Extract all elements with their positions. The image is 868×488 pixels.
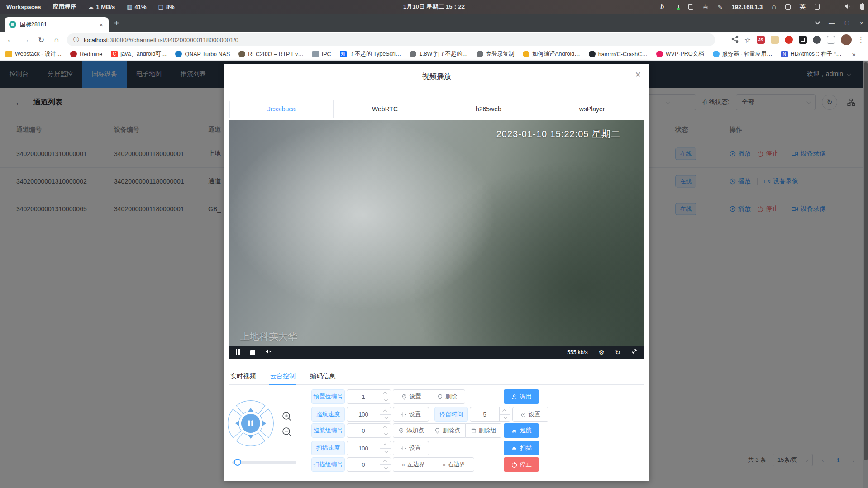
left-boundary-button[interactable]: «左边界 [393, 457, 434, 472]
spinner-down-icon[interactable] [384, 398, 388, 401]
extension-adblock-icon[interactable] [785, 36, 793, 44]
bookmark-java-android[interactable]: Cjava、android可… [111, 50, 167, 58]
reload-button[interactable]: ↻ [33, 35, 49, 45]
bookmark-folder-ipc[interactable]: IPC [312, 51, 331, 57]
slider-handle[interactable] [234, 459, 241, 466]
ptz-speed-slider[interactable] [232, 459, 296, 466]
stay-time-input[interactable] [470, 407, 510, 422]
preset-call-button[interactable]: 调用 [504, 389, 539, 404]
zoom-in-button[interactable] [281, 411, 292, 422]
preset-delete-button[interactable]: 删除 [429, 389, 465, 404]
scan-group-field[interactable] [347, 458, 380, 471]
color-picker-tray-icon[interactable]: ✎ [718, 4, 723, 10]
ptz-right-button[interactable] [260, 409, 274, 437]
extension-frame-icon[interactable] [827, 36, 835, 44]
scan-speed-field[interactable] [347, 441, 380, 455]
fullscreen-icon[interactable] [631, 348, 638, 356]
back-button[interactable]: ← [3, 35, 18, 44]
address-bar[interactable]: ⓘ localhost:38080/#/channelList/34020000… [67, 33, 715, 46]
spinner-down-icon[interactable] [384, 465, 388, 469]
tab-encoding-info[interactable]: 编码信息 [309, 368, 336, 384]
bing-tray-icon[interactable]: b [660, 3, 664, 11]
cpu-usage-indicator[interactable]: ▦ 41% [127, 4, 146, 10]
cruise-button[interactable]: 巡航 [504, 423, 539, 438]
scan-speed-input[interactable] [347, 441, 391, 455]
delete-group-button[interactable]: 删除组 [465, 423, 501, 438]
cruise-group-input[interactable] [347, 423, 391, 438]
ptz-up-button[interactable] [236, 401, 265, 414]
bookmark-qnap[interactable]: QNAP Turbo NAS [175, 51, 230, 57]
window-maximize-button[interactable]: ▢ [844, 19, 849, 26]
stop-button[interactable] [250, 350, 255, 355]
home-button[interactable]: ⌂ [49, 35, 64, 44]
window-minimize-button[interactable]: — [829, 19, 835, 26]
home-tray-icon[interactable]: ⌂ [772, 3, 776, 11]
ptz-stop-button[interactable]: 停止 [504, 457, 539, 472]
tab-live-video[interactable]: 实时视频 [229, 368, 257, 384]
ptz-down-button[interactable] [236, 433, 265, 446]
volume-icon[interactable] [844, 3, 851, 11]
bookmark-star-icon[interactable]: ☆ [744, 36, 751, 44]
coffee-tray-icon[interactable]: ☕ [702, 3, 708, 11]
clipboard-tray-icon[interactable] [688, 4, 693, 10]
bookmark-wvp-docs[interactable]: WVP-PRO文档 [656, 50, 704, 58]
spinner-up-icon[interactable] [383, 460, 386, 463]
tab-ptz-control[interactable]: 云台控制 [269, 368, 296, 384]
pause-button[interactable] [235, 348, 240, 356]
profile-avatar[interactable] [841, 34, 852, 45]
preset-value-field[interactable] [347, 390, 380, 403]
tab-h265web[interactable]: h265web [437, 100, 541, 118]
notes-tray-icon[interactable] [673, 5, 679, 9]
reload-stream-icon[interactable]: ↻ [615, 349, 620, 356]
stay-time-field[interactable] [470, 407, 499, 421]
cruise-group-field[interactable] [347, 424, 380, 437]
battery-icon[interactable] [860, 4, 864, 10]
number-spinner[interactable] [499, 407, 510, 421]
window-switcher-icon[interactable] [785, 4, 791, 10]
extension-js-icon[interactable]: JS [757, 36, 765, 44]
browser-menu-icon[interactable]: ⋮ [858, 36, 864, 44]
number-spinner[interactable] [380, 407, 391, 421]
video-canvas[interactable]: 2023-01-10 15:22:05 星期二 上地科实大华 [229, 120, 644, 346]
preset-set-button[interactable]: 设置 [393, 389, 429, 404]
spinner-down-icon[interactable] [504, 415, 507, 419]
ip-address-indicator[interactable]: 192.168.1.3 [732, 4, 763, 10]
bookmark-copy-free[interactable]: 免登录复制 [477, 50, 515, 58]
cruise-speed-field[interactable] [347, 407, 380, 421]
bookmark-server[interactable]: 服务器 - 轻量应用… [713, 50, 773, 58]
spinner-up-icon[interactable] [383, 392, 386, 395]
phone-link-icon[interactable] [815, 4, 820, 10]
spinner-down-icon[interactable] [384, 431, 388, 435]
spinner-down-icon[interactable] [384, 415, 388, 419]
bookmark-github[interactable]: hairrrrr/C-CrashC… [589, 51, 648, 57]
bookmark-redmine[interactable]: Redmine [70, 51, 102, 57]
spinner-up-icon[interactable] [383, 409, 386, 413]
ptz-left-button[interactable] [228, 409, 242, 437]
stay-time-set-button[interactable]: 设置 [512, 407, 548, 422]
bookmark-rfc2833[interactable]: RFC2833 – RTP Ev… [238, 51, 304, 57]
bookmark-typescript[interactable]: 知了不起的 TypeScri… [340, 50, 401, 58]
browser-tab[interactable]: 国标28181 × [5, 17, 109, 32]
bookmark-hdatmos[interactable]: NHDAtmos :: 种子 *… [781, 50, 842, 58]
network-speed-indicator[interactable]: ☁ 1 MB/s [88, 4, 115, 10]
spinner-up-icon[interactable] [502, 409, 506, 413]
extension-dark-icon[interactable] [799, 36, 807, 44]
mute-button[interactable] [265, 348, 272, 356]
cruise-speed-input[interactable] [347, 407, 391, 422]
new-tab-button[interactable]: + [114, 19, 119, 27]
bookmark-android-build[interactable]: 如何编译Android… [523, 50, 580, 58]
spinner-up-icon[interactable] [383, 443, 386, 447]
add-point-button[interactable]: 添加点 [393, 423, 429, 438]
applications-menu[interactable]: 应用程序 [52, 3, 76, 11]
tab-webrtc[interactable]: WebRTC [334, 100, 437, 118]
memory-usage-indicator[interactable]: ▤ 8% [158, 4, 175, 10]
bookmark-webstack[interactable]: Webstack - 设计… [5, 50, 62, 58]
number-spinner[interactable] [380, 424, 391, 437]
number-spinner[interactable] [380, 458, 391, 471]
tab-wsplayer[interactable]: wsPlayer [540, 100, 644, 118]
window-close-button[interactable]: × [859, 19, 863, 27]
right-boundary-button[interactable]: »右边界 [434, 457, 474, 472]
dialog-close-icon[interactable]: ✕ [635, 70, 641, 80]
delete-point-button[interactable]: 删除点 [429, 423, 465, 438]
scan-speed-set-button[interactable]: 设置 [393, 441, 429, 455]
